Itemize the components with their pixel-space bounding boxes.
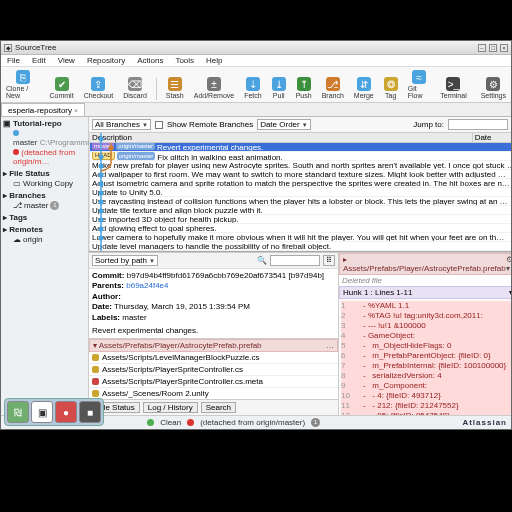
changed-file-item[interactable]: Assets/Scripts/LevelManagerBlockPuzzle.c… (89, 352, 338, 364)
settings-button[interactable]: ⚙Settings (478, 76, 509, 100)
parent-link[interactable]: b69a24f4e4 (126, 281, 168, 290)
diff-line: 9- m_Component: (341, 381, 511, 391)
section-file-status[interactable]: ▸ File Status (3, 169, 86, 178)
window-min[interactable]: – (478, 44, 486, 52)
commit-row[interactable]: masterorigin/masterRevert experimental c… (90, 143, 511, 152)
file-status-icon (92, 366, 99, 373)
commit-row[interactable]: Adjust isometric camera and sprite rotat… (90, 179, 511, 188)
dock-app-2[interactable]: ▣ (31, 401, 53, 423)
terminal-icon: >_ (446, 77, 460, 91)
commit-row[interactable]: Add glowing effect to goal spheres.27 Fe… (90, 224, 511, 233)
window-close[interactable]: × (500, 44, 508, 52)
branch-icon (13, 130, 19, 136)
pull-button[interactable]: ⤓Pull (269, 76, 289, 100)
terminal-button[interactable]: >_Terminal (437, 76, 469, 100)
commit-row[interactable]: Update to Unity 5.0.11 Mar 2015 18:21Pau… (90, 188, 511, 197)
changed-files: ▾ Assets/Prefabs/Player/AstrocytePrefab.… (89, 339, 338, 399)
detail-left: Sorted by path▼ 🔍 ⠿ Commit: b97d94b4ff9b… (89, 253, 339, 415)
stash-icon: ☰ (168, 77, 182, 91)
log-history-tab[interactable]: Log / History (143, 402, 198, 413)
branch-button[interactable]: ⎇Branch (319, 76, 347, 100)
jump-to-input[interactable] (448, 119, 508, 130)
working-copy-item[interactable]: ▭ Working Copy (3, 179, 86, 188)
diff-line: 6- m_PrefabParentObject: {fileID: 0} (341, 351, 511, 361)
detached-head-item[interactable]: (detached from origin/m… (3, 148, 86, 166)
branch-master-item[interactable]: ⎇ master 1 (3, 201, 86, 210)
options-icon[interactable]: ⠿ (323, 255, 335, 266)
dock-stop[interactable]: ■ (79, 401, 101, 423)
diff-header: ▸ Assets/Prefabs/Player/AstrocytePrefab.… (339, 253, 511, 275)
fetch-button[interactable]: ⇣Fetch (241, 76, 265, 100)
menu-help[interactable]: Help (204, 56, 224, 65)
section-branches[interactable]: ▸ Branches (3, 191, 86, 200)
section-tags[interactable]: ▸ Tags (3, 213, 86, 222)
repo-heading[interactable]: ▣ Tutorial-repo (3, 119, 86, 128)
commit-button[interactable]: ✔Commit (47, 76, 77, 100)
commit-row[interactable]: Add wallpaper to first room. We may want… (90, 170, 511, 179)
sort-select[interactable]: Sorted by path▼ (92, 255, 158, 266)
changed-file-item[interactable]: Assets/Scripts/PlayerSpriteController.cs… (89, 376, 338, 388)
clone-new-icon: ⎘ (16, 70, 30, 84)
search-tab[interactable]: Search (201, 402, 236, 413)
discard-button[interactable]: ⌫Discard (120, 76, 150, 100)
hunk-toggle-icon[interactable]: ▾ (509, 288, 511, 297)
add-remove-button[interactable]: ±Add/Remove (191, 76, 237, 100)
behind-badge: 1 (311, 418, 320, 427)
col-description[interactable]: Description (90, 133, 473, 142)
dock-record[interactable]: ● (55, 401, 77, 423)
merge-button[interactable]: ⇵Merge (351, 76, 377, 100)
menu-repository[interactable]: Repository (85, 56, 127, 65)
commit-row[interactable]: Update tile texture and align block puzz… (90, 206, 511, 215)
diff-line: 7- m_PrefabInternal: {fileID: 100100000} (341, 361, 511, 371)
file-status-icon (92, 390, 99, 397)
main-area: All Branches▼ Show Remote Branches Date … (89, 117, 511, 415)
commit-row[interactable]: Use imported 3D object for health pickup… (90, 215, 511, 224)
body: ▣ Tutorial-repo master C:\Programming\Tu… (1, 117, 511, 415)
file-search-input[interactable] (270, 255, 320, 266)
branch-led-icon (187, 419, 194, 426)
file-header-more[interactable]: … (326, 341, 334, 350)
commit-row[interactable]: HEADorigin/masterFix glitch in walking e… (90, 152, 511, 161)
commit-row[interactable]: Update level managers to handle the poss… (90, 242, 511, 251)
close-icon[interactable]: × (74, 107, 78, 114)
gitflow-button[interactable]: ≈Git Flow (405, 69, 434, 100)
changed-file-item[interactable]: Assets/_Scenes/Room 2.unity (89, 388, 338, 399)
show-remote-checkbox[interactable] (155, 121, 163, 129)
main-toolbar: ⎘Clone / New✔Commit⇪Checkout⌫Discard☰Sta… (1, 67, 511, 103)
order-select[interactable]: Date Order▼ (257, 119, 311, 130)
section-remotes[interactable]: ▸ Remotes (3, 225, 86, 234)
menu-actions[interactable]: Actions (135, 56, 165, 65)
repo-branch-master[interactable]: master C:\Programming\Tutor (3, 129, 86, 147)
branch-filter-select[interactable]: All Branches▼ (92, 119, 151, 130)
menu-edit[interactable]: Edit (30, 56, 48, 65)
menu-tools[interactable]: Tools (173, 56, 196, 65)
stash-button[interactable]: ☰Stash (163, 76, 187, 100)
hunk-header: Hunk 1 : Lines 1-11 ▾ (339, 286, 511, 299)
checkout-button[interactable]: ⇪Checkout (81, 76, 117, 100)
push-button[interactable]: ⤒Push (293, 76, 315, 100)
menu-view[interactable]: View (56, 56, 77, 65)
gear-icon[interactable]: ⚙ ▾ (506, 255, 511, 273)
commit-row[interactable]: Lower camera to hopefully make it more o… (90, 233, 511, 242)
changed-file-item[interactable]: Assets/Scripts/PlayerSpriteController.cs (89, 364, 338, 376)
remote-origin-item[interactable]: ☁ origin (3, 235, 86, 244)
col-date[interactable]: Date (473, 133, 511, 142)
commit-icon: ✔ (55, 77, 69, 91)
diff-line: 10- - 4: {fileID: 493712} (341, 391, 511, 401)
tag-button[interactable]: ❂Tag (381, 76, 401, 100)
clone-new-button[interactable]: ⎘Clone / New (3, 69, 43, 100)
commit-graph (89, 133, 123, 251)
commit-row[interactable]: Make new prefab for player using new Ast… (90, 161, 511, 170)
diff-body[interactable]: 1- %YAML 1.12- %TAG !u! tag:unity3d.com,… (339, 299, 511, 415)
taskbar-dock: ₪▣●■ (4, 398, 104, 426)
repo-tab[interactable]: esperia-repository × (1, 103, 85, 116)
commit-row[interactable]: Use raycasting instead of collision func… (90, 197, 511, 206)
svg-point-6 (99, 173, 104, 178)
menu-file[interactable]: File (5, 56, 22, 65)
commit-table: Description Date Author Commit masterori… (90, 133, 511, 251)
file-status-icon (92, 378, 99, 385)
file-group-header[interactable]: ▾ Assets/Prefabs/Player/AstrocytePrefab.… (89, 339, 338, 352)
window-max[interactable]: □ (489, 44, 497, 52)
dock-app-1[interactable]: ₪ (7, 401, 29, 423)
svg-point-3 (109, 146, 114, 151)
